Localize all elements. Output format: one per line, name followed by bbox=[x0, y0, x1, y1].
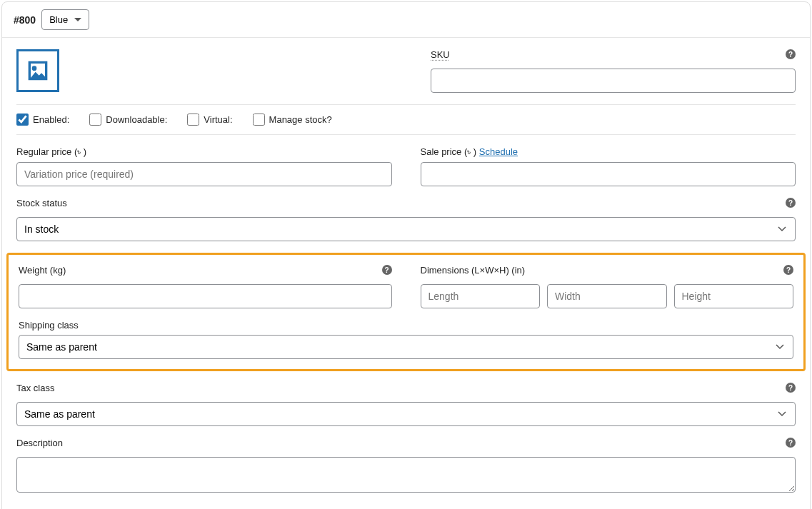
height-input[interactable] bbox=[674, 284, 794, 308]
downloadable-checkbox[interactable] bbox=[89, 114, 101, 126]
sale-price-input[interactable] bbox=[421, 162, 796, 186]
variation-header: #800 Blue bbox=[2, 2, 810, 38]
checkbox-row: Enabled: Downloadable: Virtual: Manage s… bbox=[16, 104, 796, 135]
help-icon[interactable]: ? bbox=[786, 438, 796, 448]
help-icon[interactable]: ? bbox=[382, 265, 392, 275]
shipping-highlighted-section: Weight (kg) ? Dimensions (L×W×H) (in) ? bbox=[6, 253, 806, 371]
sku-input[interactable] bbox=[431, 69, 796, 93]
stock-status-label: Stock status bbox=[16, 198, 67, 208]
sku-label: SKU bbox=[431, 49, 450, 60]
length-input[interactable] bbox=[421, 284, 541, 308]
help-icon[interactable]: ? bbox=[783, 265, 793, 275]
shipping-class-select[interactable]: Same as parent bbox=[19, 335, 793, 359]
manage-stock-checkbox[interactable] bbox=[253, 114, 265, 126]
variation-id: #800 bbox=[14, 14, 36, 26]
width-input[interactable] bbox=[547, 284, 667, 308]
attribute-select[interactable]: Blue bbox=[41, 9, 89, 30]
schedule-link[interactable]: Schedule bbox=[479, 146, 518, 157]
help-icon[interactable]: ? bbox=[786, 198, 796, 208]
description-label: Description bbox=[16, 438, 63, 448]
weight-label: Weight (kg) bbox=[19, 265, 66, 276]
weight-input[interactable] bbox=[19, 284, 392, 308]
enabled-checkbox[interactable] bbox=[16, 114, 29, 126]
variation-panel: #800 Blue SKU ? Enabled: bbox=[1, 1, 811, 509]
description-textarea[interactable] bbox=[16, 457, 796, 493]
dimensions-label: Dimensions (L×W×H) (in) bbox=[421, 265, 526, 276]
regular-price-input[interactable] bbox=[16, 162, 392, 186]
virtual-label[interactable]: Virtual: bbox=[204, 114, 232, 125]
help-icon[interactable]: ? bbox=[786, 49, 796, 59]
stock-status-select[interactable]: In stock bbox=[16, 217, 796, 241]
tax-class-label: Tax class bbox=[16, 383, 54, 393]
image-placeholder-icon bbox=[24, 56, 52, 85]
variation-image-upload[interactable] bbox=[16, 49, 59, 92]
manage-stock-label[interactable]: Manage stock? bbox=[269, 114, 332, 125]
help-icon[interactable]: ? bbox=[786, 383, 796, 393]
enabled-label[interactable]: Enabled: bbox=[33, 114, 69, 125]
sale-price-label: Sale price (৳ ) bbox=[421, 146, 477, 157]
tax-class-select[interactable]: Same as parent bbox=[16, 402, 796, 426]
virtual-checkbox[interactable] bbox=[187, 114, 199, 126]
shipping-class-label: Shipping class bbox=[19, 320, 793, 331]
regular-price-label: Regular price (৳ ) bbox=[16, 146, 392, 158]
downloadable-label[interactable]: Downloadable: bbox=[106, 114, 167, 125]
